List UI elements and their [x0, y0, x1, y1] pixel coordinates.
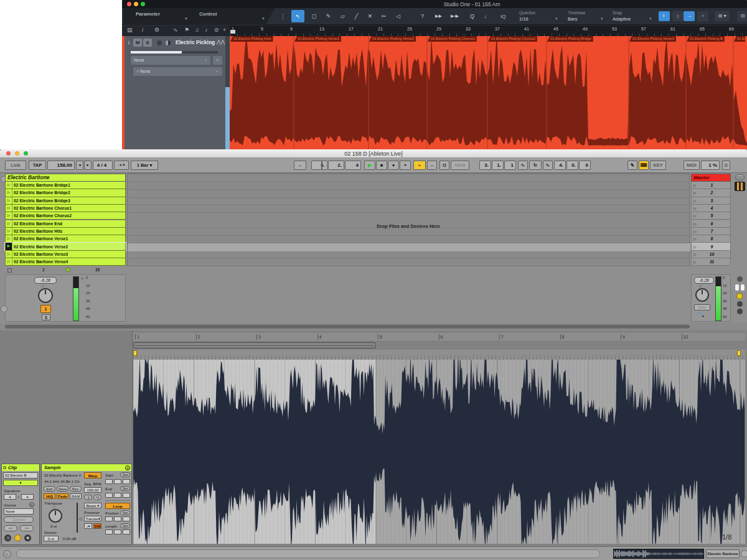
master-volume-field[interactable]: -6.28	[694, 277, 714, 284]
clip-play-icon[interactable]: ▶	[6, 243, 12, 250]
commit-button[interactable]: Commit	[4, 516, 34, 523]
q-button[interactable]: Q	[466, 10, 479, 22]
scrollbar-thumb[interactable]	[225, 87, 230, 149]
scene-play-icon[interactable]: ▷	[692, 229, 698, 233]
arrow-tool-icon[interactable]: ↖	[291, 10, 304, 22]
session-record-button[interactable]: O	[439, 161, 449, 170]
track-delay-toggle[interactable]	[737, 301, 743, 307]
scene-slot[interactable]: ▷3	[691, 197, 731, 205]
record-button[interactable]: ●	[388, 161, 399, 170]
transient-loop-amount[interactable]: 100	[93, 523, 101, 529]
double-tempo-button[interactable]: *2	[93, 495, 101, 500]
control-menu[interactable]: Control	[199, 11, 217, 17]
master-pan-knob[interactable]	[695, 288, 709, 302]
length-bars[interactable]	[105, 530, 113, 534]
status-corner-icon[interactable]	[741, 550, 747, 558]
warp-button[interactable]: Warp	[84, 472, 101, 478]
monitor-icon[interactable]	[166, 40, 171, 45]
scene-play-icon[interactable]: ▷	[692, 245, 698, 249]
clip-play-icon[interactable]: ▷	[6, 189, 12, 196]
pan-knob[interactable]	[38, 288, 53, 303]
scene-slot[interactable]: ▷8	[691, 235, 731, 243]
loop-button[interactable]: Loop	[105, 503, 130, 509]
envelope-box-toggle[interactable]: ◉	[24, 534, 31, 541]
length-beats[interactable]	[114, 530, 121, 534]
clip-slot[interactable]: ▷02 Electric Baritone End	[5, 220, 126, 228]
scene-play-icon[interactable]: ▷	[692, 259, 698, 264]
clip-end-marker[interactable]	[737, 350, 741, 356]
disk-overload-indicator[interactable]: D	[722, 161, 730, 170]
clip-play-icon[interactable]: ▷	[6, 228, 12, 235]
arrangement-clip-label[interactable]: 01 Electric Picking Verse3	[629, 36, 676, 42]
automation-arm-button[interactable]: ⌁	[413, 161, 426, 170]
start-sixteenths[interactable]	[123, 479, 130, 484]
scene-slot[interactable]: ▷4	[691, 205, 731, 212]
tool-settings-icon[interactable]: ⚙	[154, 27, 159, 33]
clip-slot[interactable]: ▷02 Electric Baritone Chorus2	[5, 212, 126, 220]
arrangement-clip-label[interactable]: 01 Electric Picking Verse2	[369, 36, 416, 42]
edit-button[interactable]: Edit	[44, 486, 55, 492]
play-button[interactable]: ▶	[364, 161, 375, 170]
end-beats[interactable]	[114, 493, 121, 498]
position-beats[interactable]	[114, 516, 121, 521]
play-marker-icon[interactable]: ▶▶	[432, 10, 445, 22]
snap-value[interactable]: Adaptive	[613, 16, 631, 22]
punch-out-icon[interactable]: ∿	[543, 161, 553, 170]
arrangement-clip-label[interactable]: 01 Electric Picking Chorus2	[488, 36, 537, 42]
clip-activator-icon[interactable]	[3, 466, 6, 469]
clip-slot[interactable]: ▷02 Electric Baritone Bridge3	[5, 197, 126, 205]
scene-play-icon[interactable]: ▷	[692, 236, 698, 241]
quantization-menu[interactable]: 1 Bar ▾	[131, 161, 158, 170]
clip-play-icon[interactable]: ▷	[6, 197, 12, 204]
arrangement-clip-label[interactable]: 01 Electric Picking B	[687, 36, 725, 42]
tempo-field[interactable]: 158.00	[47, 161, 75, 170]
position-sixteenths[interactable]	[123, 516, 130, 521]
scene-slot[interactable]: ▷11	[691, 258, 731, 266]
status-clip-button[interactable]: Electric Baritone	[706, 549, 740, 558]
help-button[interactable]: ?	[416, 10, 429, 22]
io-circle-icon[interactable]: ○	[213, 56, 222, 65]
warp-marker-strip[interactable]	[133, 350, 745, 360]
clip-overview-thumbnail[interactable]	[613, 549, 704, 559]
cursor-snap-icon[interactable]: ÷	[697, 11, 708, 21]
punch-in-icon[interactable]: ∿	[518, 161, 528, 170]
loop-brace[interactable]	[133, 342, 376, 348]
end-sixteenths[interactable]	[123, 493, 130, 498]
hot-swap-icon[interactable]: ⊛	[125, 465, 130, 470]
groove-pool-icon[interactable]: ↻	[29, 502, 34, 507]
scene-slot[interactable]: ▷10	[691, 251, 731, 258]
hiq-button[interactable]: HiQ	[44, 493, 55, 499]
scene-slot[interactable]: ▷2	[691, 189, 731, 197]
link-button[interactable]: Link	[5, 161, 26, 170]
metronome-icon[interactable]: ♩	[481, 10, 494, 22]
chevron-down-icon[interactable]: ▼	[555, 17, 558, 21]
gain-slider[interactable]	[77, 503, 78, 533]
split-tool-icon[interactable]: ✂	[377, 10, 390, 22]
metronome-button[interactable]: ◦● ▾	[114, 161, 129, 170]
clip-play-icon[interactable]: ▷	[6, 212, 12, 219]
arrangement-clip-label[interactable]: 01 Ele	[734, 36, 745, 42]
mixer-section-toggle[interactable]	[736, 293, 743, 299]
stop-button[interactable]: ■	[376, 161, 387, 170]
reenable-automation-button[interactable]: ←	[427, 161, 437, 170]
start-set-button[interactable]: Set	[120, 472, 130, 477]
sample-editor[interactable]: 12345678910 1/8	[133, 333, 745, 546]
iq-label[interactable]: IQ	[500, 14, 505, 19]
scene-play-icon[interactable]: ▷	[692, 252, 698, 256]
editor-waveform-area[interactable]	[133, 360, 745, 544]
horizontal-scrollbar[interactable]	[5, 325, 690, 329]
session-grid[interactable]: Drop Files and Devices Here	[127, 173, 690, 266]
scene-slot[interactable]: ▷6	[691, 220, 731, 228]
scene-play-icon[interactable]: ▷	[692, 222, 698, 226]
length-sixteenths[interactable]	[123, 530, 130, 534]
inspector-icon[interactable]: i	[142, 27, 143, 33]
snap-toggle-icon[interactable]: ⊦	[659, 11, 670, 21]
new-button[interactable]: NEW	[451, 161, 469, 170]
eraser-tool-icon[interactable]: ▱	[336, 10, 349, 22]
record-arm-icon[interactable]	[157, 40, 162, 45]
scene-slot[interactable]: ▷7	[691, 228, 731, 235]
preserve-chooser[interactable]: Transie▾	[84, 516, 101, 521]
studio-one-titlebar[interactable]: Studio One - 01 155 Am	[122, 0, 747, 8]
nudge-up-button[interactable]: ▸	[84, 161, 92, 170]
track-activator-button[interactable]: 1	[40, 305, 51, 313]
